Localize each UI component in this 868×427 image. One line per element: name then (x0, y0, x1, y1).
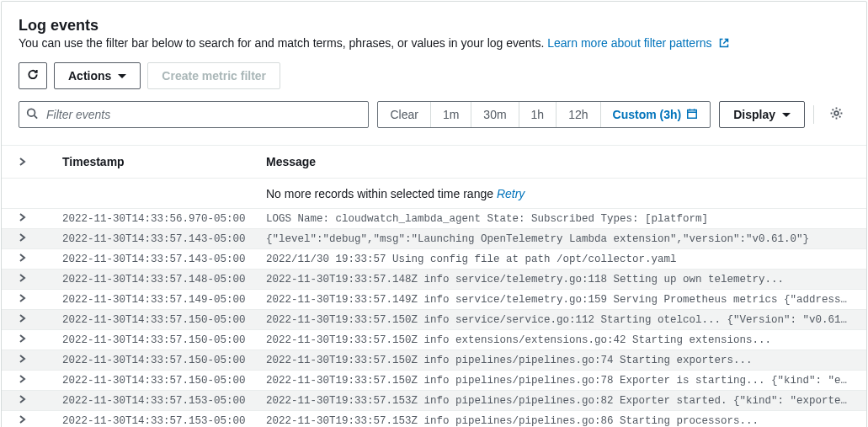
learn-more-label: Learn more about filter patterns (547, 36, 711, 50)
timestamp-cell: 2022-11-30T14:33:57.150-05:00 (44, 355, 263, 366)
toolbar: Actions Create metric filter (19, 62, 849, 89)
chevron-right-icon (19, 415, 27, 427)
no-more-records-text: No more records within selected time ran… (266, 187, 497, 200)
expand-toggle[interactable] (19, 334, 44, 346)
log-row[interactable]: 2022-11-30T14:33:57.150-05:002022-11-30T… (2, 350, 866, 371)
expand-toggle[interactable] (19, 355, 44, 366)
settings-button[interactable] (823, 101, 849, 128)
external-link-icon (719, 37, 729, 51)
range-1h[interactable]: 1h (519, 102, 557, 127)
page-title: Log events (19, 17, 849, 35)
expand-toggle[interactable] (19, 314, 44, 326)
search-wrap (19, 101, 369, 128)
retry-link[interactable]: Retry (497, 187, 525, 200)
timestamp-cell: 2022-11-30T14:33:57.148-05:00 (44, 274, 263, 286)
gear-icon (829, 106, 844, 123)
log-row[interactable]: 2022-11-30T14:33:57.153-05:002022-11-30T… (2, 391, 866, 411)
message-cell: 2022-11-30T19:33:57.153Z info pipelines/… (263, 395, 849, 407)
log-events-panel: Log events You can use the filter bar be… (1, 1, 867, 427)
chevron-right-icon (19, 294, 27, 306)
message-cell: 2022-11-30T19:33:57.150Z info extensions… (263, 334, 849, 346)
timestamp-cell: 2022-11-30T14:33:57.143-05:00 (44, 254, 263, 265)
learn-more-link[interactable]: Learn more about filter patterns (547, 36, 728, 50)
clear-range-button[interactable]: Clear (378, 102, 430, 127)
message-cell: 2022-11-30T19:33:57.153Z info pipelines/… (263, 415, 849, 427)
message-cell: 2022/11/30 19:33:57 Using config file at… (263, 254, 849, 265)
log-row[interactable]: 2022-11-30T14:33:57.150-05:002022-11-30T… (2, 371, 866, 391)
timestamp-header[interactable]: Timestamp (44, 155, 263, 168)
log-row[interactable]: 2022-11-30T14:33:57.143-05:002022/11/30 … (2, 249, 866, 270)
create-metric-filter-label: Create metric filter (162, 69, 266, 83)
actions-button[interactable]: Actions (54, 62, 141, 89)
chevron-right-icon (19, 375, 27, 387)
expand-toggle[interactable] (19, 233, 44, 245)
chevron-down-icon (118, 74, 126, 78)
table-header: Timestamp Message (2, 145, 866, 179)
filter-row: Clear 1m 30m 1h 12h Custom (3h) Display (19, 101, 849, 128)
time-range-segmented: Clear 1m 30m 1h 12h Custom (3h) (377, 101, 711, 128)
expand-toggle[interactable] (19, 415, 44, 427)
log-rows: 2022-11-30T14:33:56.970-05:00LOGS Name: … (2, 209, 866, 427)
message-cell: 2022-11-30T19:33:57.150Z info service/se… (263, 314, 849, 326)
svg-line-1 (35, 115, 38, 119)
svg-rect-2 (688, 109, 697, 118)
log-row[interactable]: 2022-11-30T14:33:57.143-05:00{"level":"d… (2, 229, 866, 249)
calendar-icon (686, 108, 698, 122)
range-30m[interactable]: 30m (471, 102, 519, 127)
message-cell: {"level":"debug","msg":"Launching OpenTe… (263, 233, 849, 245)
chevron-right-icon (19, 254, 27, 265)
filter-events-input[interactable] (19, 101, 369, 128)
expand-toggle[interactable] (19, 375, 44, 387)
timestamp-cell: 2022-11-30T14:33:57.143-05:00 (44, 233, 263, 245)
chevron-right-icon (19, 274, 27, 286)
timestamp-cell: 2022-11-30T14:33:57.150-05:00 (44, 334, 263, 346)
log-row[interactable]: 2022-11-30T14:33:57.153-05:002022-11-30T… (2, 411, 866, 427)
timestamp-cell: 2022-11-30T14:33:56.970-05:00 (44, 213, 263, 225)
message-header[interactable]: Message (263, 155, 849, 168)
message-cell: LOGS Name: cloudwatch_lambda_agent State… (263, 213, 849, 225)
refresh-icon (26, 68, 40, 83)
chevron-right-icon (19, 355, 27, 366)
log-row[interactable]: 2022-11-30T14:33:57.150-05:002022-11-30T… (2, 330, 866, 350)
expand-toggle[interactable] (19, 274, 44, 286)
log-row[interactable]: 2022-11-30T14:33:57.149-05:002022-11-30T… (2, 290, 866, 310)
search-icon (26, 108, 38, 122)
custom-range-label: Custom (3h) (613, 108, 682, 121)
timestamp-cell: 2022-11-30T14:33:57.153-05:00 (44, 395, 263, 407)
description-text: You can use the filter bar below to sear… (19, 36, 547, 50)
info-row: No more records within selected time ran… (2, 179, 866, 209)
log-row[interactable]: 2022-11-30T14:33:57.150-05:002022-11-30T… (2, 310, 866, 330)
expand-toggle[interactable] (19, 395, 44, 407)
expand-column (19, 155, 44, 168)
svg-point-6 (834, 111, 839, 115)
refresh-button[interactable] (19, 62, 47, 89)
chevron-right-icon (19, 334, 27, 346)
timestamp-cell: 2022-11-30T14:33:57.150-05:00 (44, 314, 263, 326)
chevron-right-icon (19, 213, 27, 225)
range-custom[interactable]: Custom (3h) (601, 102, 711, 127)
expand-toggle[interactable] (19, 294, 44, 306)
chevron-right-icon (19, 314, 27, 326)
log-row[interactable]: 2022-11-30T14:33:57.148-05:002022-11-30T… (2, 270, 866, 290)
expand-toggle[interactable] (19, 213, 44, 225)
divider (813, 105, 814, 124)
svg-point-0 (28, 109, 35, 117)
timestamp-cell: 2022-11-30T14:33:57.149-05:00 (44, 294, 263, 306)
expand-toggle[interactable] (19, 254, 44, 265)
chevron-right-icon (19, 395, 27, 407)
timestamp-cell: 2022-11-30T14:33:57.150-05:00 (44, 375, 263, 387)
message-cell: 2022-11-30T19:33:57.150Z info pipelines/… (263, 375, 849, 387)
actions-label: Actions (68, 69, 111, 83)
range-12h[interactable]: 12h (556, 102, 600, 127)
timestamp-cell: 2022-11-30T14:33:57.153-05:00 (44, 415, 263, 427)
chevron-right-icon (19, 233, 27, 245)
page-description: You can use the filter bar below to sear… (19, 36, 849, 51)
create-metric-filter-button[interactable]: Create metric filter (147, 62, 280, 89)
log-row[interactable]: 2022-11-30T14:33:56.970-05:00LOGS Name: … (2, 209, 866, 229)
message-cell: 2022-11-30T19:33:57.150Z info pipelines/… (263, 355, 849, 366)
chevron-right-icon (19, 155, 27, 168)
message-cell: 2022-11-30T19:33:57.148Z info service/te… (263, 274, 849, 286)
range-1m[interactable]: 1m (431, 102, 471, 127)
message-cell: 2022-11-30T19:33:57.149Z info service/te… (263, 294, 849, 306)
display-button[interactable]: Display (719, 101, 805, 128)
